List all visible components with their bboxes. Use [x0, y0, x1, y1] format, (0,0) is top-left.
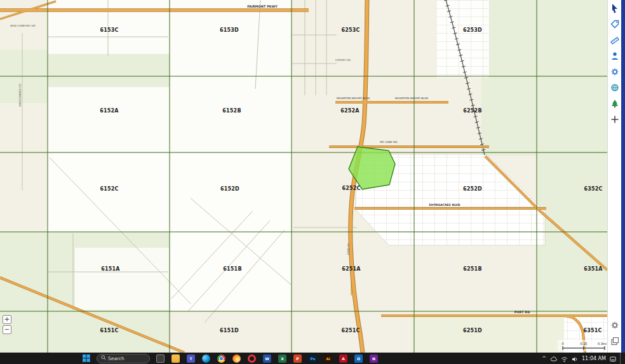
illustrator-icon[interactable]: Ai — [324, 354, 332, 363]
identify-person-icon[interactable] — [610, 51, 620, 61]
road-label: NEW COMFORT DR — [10, 24, 36, 27]
road-label: EXPORT DR — [335, 58, 351, 62]
road-label: WHARTON WEEMS BLVD — [395, 97, 429, 100]
cell-label: 6153D — [220, 27, 239, 33]
cell-label: 6351A — [584, 266, 603, 272]
cell-label: 6152D — [220, 186, 239, 192]
road-label: SHOREACRES BLVD — [429, 203, 460, 206]
map-canvas[interactable]: 6153C 6153D 6253C 6253D 6152A 6152B 6252… — [0, 0, 608, 353]
cell-label: 6152C — [100, 186, 118, 192]
onedrive-cloud-icon[interactable] — [550, 353, 557, 364]
zoom-out-button[interactable]: − — [3, 325, 11, 334]
cell-label: 6153C — [100, 27, 118, 33]
layers-tree-icon[interactable] — [610, 98, 620, 109]
chrome-icon[interactable] — [217, 354, 225, 363]
acrobat-icon[interactable]: A — [339, 354, 347, 363]
road-label: MC CABE RD — [380, 140, 398, 144]
wifi-icon[interactable] — [561, 353, 568, 364]
cell-label: 6151C — [100, 328, 118, 334]
cell-label: 6251C — [341, 328, 360, 334]
scale-label-end: 0.3mi — [598, 342, 607, 346]
settings-bottom-gear-icon[interactable] — [610, 320, 620, 330]
road-label: WHARTON WEEMS BLVD — [337, 97, 370, 100]
cell-label: 6152A — [100, 108, 119, 114]
basemap-globe-icon[interactable] — [610, 83, 620, 93]
cell-label: 6352C — [584, 186, 602, 192]
start-button[interactable] — [81, 354, 91, 363]
scale-label-start: 0 — [561, 342, 563, 346]
taskbar-apps: T W X P Ps Ai A O N — [156, 354, 378, 363]
system-tray: ^ 11:04 AM — [542, 353, 625, 364]
opera-icon[interactable] — [248, 354, 256, 363]
cell-label: 6152B — [222, 108, 241, 114]
cell-label: 6253C — [341, 27, 360, 33]
map-area: 6153C 6153D 6253C 6253D 6152A 6152B 6252… — [0, 0, 608, 353]
tray-chevron-icon[interactable]: ^ — [542, 356, 546, 361]
windows-taskbar: Search T W X P Ps Ai A O N ^ — [0, 353, 625, 364]
scale-bar: 0 0.15 0.3mi — [558, 340, 608, 351]
cell-label: 6151A — [101, 266, 120, 272]
notifications-icon[interactable] — [610, 353, 616, 364]
edge-icon[interactable] — [202, 354, 210, 363]
task-view-icon[interactable] — [156, 354, 165, 363]
road-label: FAIRMONT PKWY — [247, 4, 278, 8]
add-plus-icon[interactable] — [610, 114, 620, 125]
file-explorer-icon[interactable] — [171, 354, 180, 363]
scale-label-mid: 0.15 — [580, 342, 587, 346]
search-label: Search — [108, 356, 124, 361]
gear-icon[interactable] — [610, 67, 620, 77]
taskbar-search[interactable]: Search — [97, 354, 150, 363]
cell-label: 6251A — [342, 266, 361, 272]
road-label: SENS RD — [347, 243, 350, 255]
label-tag-icon[interactable] — [610, 19, 620, 29]
cell-label: 6252A — [340, 108, 360, 114]
desktop-screen: 6153C 6153D 6253C 6253D 6152A 6152B 6252… — [0, 0, 625, 364]
photoshop-icon[interactable]: Ps — [309, 354, 317, 363]
cell-label: 6351C — [583, 328, 601, 334]
search-icon — [101, 355, 106, 361]
road-label: PORT RD — [514, 310, 530, 314]
duplicate-view-icon[interactable] — [610, 336, 620, 346]
road-label: UNDERWOOD RD — [18, 84, 22, 107]
zoom-controls: + − — [3, 315, 11, 334]
show-desktop-button[interactable] — [620, 353, 622, 364]
outlook-icon[interactable]: O — [354, 354, 363, 363]
firefox-icon[interactable] — [232, 354, 241, 363]
onenote-icon[interactable]: N — [370, 354, 378, 363]
tools-sidebar — [607, 0, 621, 353]
cell-label: 6151B — [223, 266, 241, 272]
taskbar-clock[interactable]: 11:04 AM — [582, 356, 606, 361]
land-polygons — [0, 0, 608, 353]
cell-label: 6252C — [342, 185, 360, 191]
word-icon[interactable]: W — [263, 354, 271, 363]
collapsed-panel-strip[interactable] — [621, 0, 625, 353]
powerpoint-icon[interactable]: P — [293, 354, 302, 363]
cell-label: 6251B — [463, 266, 481, 272]
cell-label: 6252B — [463, 108, 481, 114]
select-tool-icon[interactable] — [610, 3, 620, 13]
measure-ruler-icon[interactable] — [610, 35, 620, 45]
cell-label: 6251D — [463, 328, 482, 334]
excel-icon[interactable]: X — [278, 354, 286, 363]
cell-label: 6253D — [463, 27, 482, 33]
cell-label: 6252D — [463, 186, 482, 192]
teams-icon[interactable]: T — [187, 354, 195, 363]
cell-label: 6151D — [220, 328, 239, 334]
zoom-in-button[interactable]: + — [3, 315, 11, 324]
volume-icon[interactable] — [572, 353, 578, 364]
